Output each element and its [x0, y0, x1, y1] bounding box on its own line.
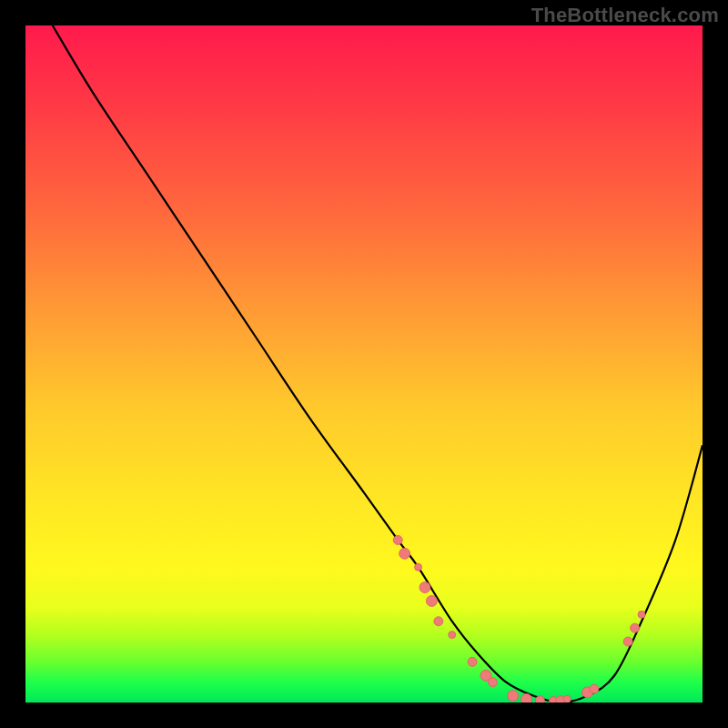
- data-point: [426, 595, 437, 606]
- plot-area: [25, 25, 703, 703]
- data-point: [393, 535, 402, 544]
- data-point: [434, 617, 443, 626]
- data-point: [399, 548, 410, 559]
- data-points: [393, 535, 645, 703]
- bottleneck-curve: [53, 25, 703, 703]
- data-point: [638, 611, 645, 618]
- data-point: [590, 684, 599, 693]
- data-point: [623, 637, 632, 646]
- data-point: [415, 563, 422, 571]
- watermark-label: TheBottleneck.com: [531, 4, 719, 27]
- data-point: [521, 693, 532, 703]
- data-point: [420, 582, 430, 593]
- data-point: [488, 678, 497, 687]
- chart-frame: TheBottleneck.com: [0, 0, 728, 728]
- data-point: [631, 623, 640, 632]
- curve-svg: [25, 25, 703, 703]
- data-point: [449, 632, 456, 639]
- data-point: [468, 657, 477, 666]
- data-point: [535, 696, 544, 703]
- data-point: [563, 695, 571, 703]
- data-point: [508, 691, 519, 702]
